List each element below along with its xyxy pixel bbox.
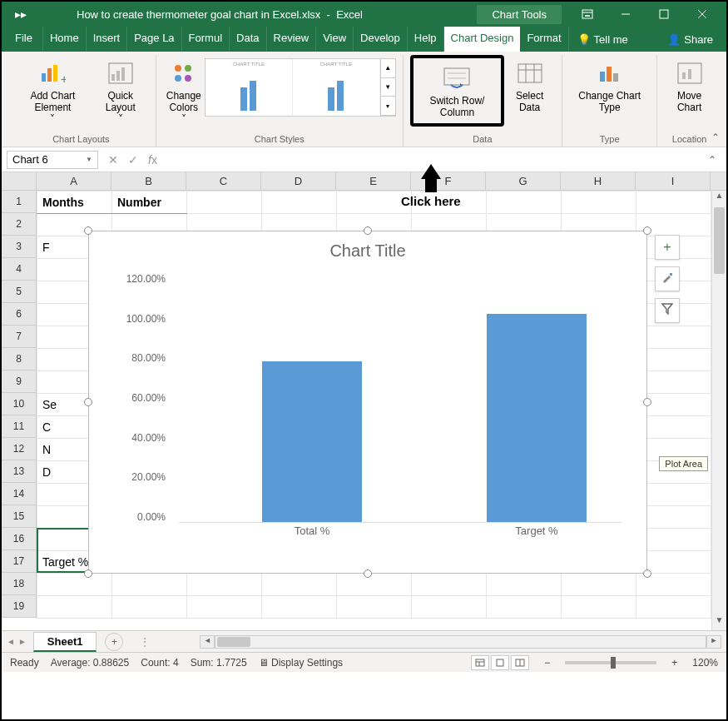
tab-chart-design[interactable]: Chart Design bbox=[444, 27, 521, 52]
view-page-layout-button[interactable] bbox=[491, 655, 509, 670]
cancel-formula-icon[interactable]: ✕ bbox=[108, 153, 118, 167]
zoom-slider[interactable] bbox=[565, 661, 656, 664]
view-normal-button[interactable] bbox=[471, 655, 489, 670]
scroll-down-icon[interactable]: ▼ bbox=[712, 615, 726, 630]
col-header[interactable]: C bbox=[186, 172, 261, 190]
scroll-thumb[interactable] bbox=[714, 207, 725, 274]
chart-style-gallery[interactable]: CHART TITLE CHART TITLE ▲ ▼ ▾ bbox=[205, 58, 396, 117]
change-chart-type-button[interactable]: Change Chart Type bbox=[569, 55, 650, 117]
horizontal-scrollbar[interactable]: ◄ ► bbox=[200, 635, 721, 649]
row-header[interactable]: 1 bbox=[2, 191, 37, 213]
row-header[interactable]: 14 bbox=[2, 483, 37, 505]
row-header[interactable]: 11 bbox=[2, 415, 37, 438]
maximize-button[interactable] bbox=[645, 2, 683, 27]
chevron-down-icon[interactable]: ▼ bbox=[381, 78, 395, 97]
col-header[interactable]: G bbox=[486, 172, 561, 190]
row-header[interactable]: 15 bbox=[2, 505, 37, 528]
tab-view[interactable]: View bbox=[316, 27, 354, 52]
tab-home[interactable]: Home bbox=[43, 27, 87, 52]
tab-formulas[interactable]: Formul bbox=[182, 27, 230, 52]
chevron-right-icon[interactable]: ► bbox=[18, 637, 27, 646]
row-header[interactable]: 6 bbox=[2, 303, 37, 326]
row-header[interactable]: 8 bbox=[2, 348, 37, 370]
scroll-right-icon[interactable]: ► bbox=[706, 635, 721, 649]
row-header[interactable]: 19 bbox=[2, 595, 37, 618]
tab-format[interactable]: Format bbox=[520, 27, 568, 52]
resize-handle[interactable] bbox=[364, 226, 372, 235]
tab-data[interactable]: Data bbox=[230, 27, 266, 52]
sheet-tab[interactable]: Sheet1 bbox=[33, 632, 97, 652]
resize-handle[interactable] bbox=[643, 398, 651, 406]
quick-layout-button[interactable]: Quick Layout ˅ bbox=[92, 55, 149, 128]
style-thumb-1[interactable]: CHART TITLE bbox=[206, 59, 293, 116]
x-axis[interactable]: Total % Target % bbox=[179, 525, 622, 541]
cell[interactable]: Months bbox=[37, 191, 112, 214]
zoom-in-button[interactable]: + bbox=[668, 657, 681, 669]
row-header[interactable]: 16 bbox=[2, 528, 37, 550]
col-header[interactable]: H bbox=[561, 172, 636, 190]
style-thumb-2[interactable]: CHART TITLE bbox=[293, 59, 380, 116]
change-colors-button[interactable]: Change Colors ˅ bbox=[163, 55, 205, 128]
col-header[interactable]: E bbox=[336, 172, 411, 190]
zoom-out-button[interactable]: − bbox=[541, 657, 553, 669]
row-header[interactable]: 4 bbox=[2, 258, 37, 281]
scroll-left-icon[interactable]: ◄ bbox=[200, 635, 215, 649]
bar-total[interactable] bbox=[262, 361, 362, 522]
row-header[interactable]: 18 bbox=[2, 573, 37, 595]
hscroll-thumb[interactable] bbox=[217, 637, 250, 647]
sheet-nav[interactable]: ◄ ► bbox=[7, 637, 33, 646]
view-page-break-button[interactable] bbox=[511, 655, 529, 670]
tab-page-layout[interactable]: Page La bbox=[127, 27, 181, 52]
chart-title[interactable]: Chart Title bbox=[89, 231, 646, 266]
resize-handle[interactable] bbox=[84, 226, 92, 235]
tab-developer[interactable]: Develop bbox=[354, 27, 408, 52]
qat-more-icon[interactable]: ▸▸ bbox=[7, 7, 35, 21]
row-header[interactable]: 5 bbox=[2, 281, 37, 303]
row-header[interactable]: 12 bbox=[2, 438, 37, 460]
collapse-ribbon-button[interactable]: ⌃ bbox=[711, 132, 720, 143]
tab-insert[interactable]: Insert bbox=[87, 27, 128, 52]
col-header[interactable]: I bbox=[636, 172, 711, 190]
tab-help[interactable]: Help bbox=[408, 27, 444, 52]
row-header[interactable]: 2 bbox=[2, 213, 37, 236]
resize-handle[interactable] bbox=[643, 569, 651, 578]
bar-target[interactable] bbox=[487, 314, 587, 522]
row-header[interactable]: 10 bbox=[2, 393, 37, 415]
display-settings-button[interactable]: 🖥 Display Settings bbox=[259, 657, 343, 669]
move-chart-button[interactable]: Move Chart bbox=[664, 55, 715, 117]
tab-file[interactable]: File bbox=[5, 27, 43, 52]
switch-row-column-button[interactable]: Switch Row/ Column bbox=[415, 60, 499, 122]
chart-object[interactable]: Chart Title 120.00% 100.00% 80.00% 60.00… bbox=[88, 231, 647, 574]
vertical-scrollbar[interactable]: ▲ ▼ bbox=[711, 191, 726, 630]
tell-me[interactable]: 💡 Tell me bbox=[569, 27, 636, 52]
col-header[interactable]: A bbox=[37, 172, 111, 190]
plot-area[interactable]: 120.00% 100.00% 80.00% 60.00% 40.00% 20.… bbox=[112, 273, 630, 540]
chevron-down-icon[interactable]: ▼ bbox=[86, 156, 92, 163]
select-data-button[interactable]: Select Data bbox=[504, 55, 555, 127]
tab-review[interactable]: Review bbox=[267, 27, 317, 52]
dropdown-icon[interactable]: ▾ bbox=[381, 97, 395, 116]
col-header[interactable]: D bbox=[261, 172, 336, 190]
col-header[interactable]: B bbox=[111, 172, 186, 190]
gallery-spinner[interactable]: ▲ ▼ ▾ bbox=[380, 59, 395, 116]
cells-area[interactable]: MonthsNumber F Se C N D Target %100% bbox=[37, 191, 726, 618]
chart-filters-button[interactable] bbox=[655, 298, 680, 323]
row-header[interactable]: 3 bbox=[2, 236, 37, 258]
chevron-left-icon[interactable]: ◄ bbox=[7, 637, 15, 646]
hscroll-track[interactable] bbox=[215, 635, 706, 649]
chevron-up-icon[interactable]: ▲ bbox=[381, 59, 395, 78]
zoom-level[interactable]: 120% bbox=[692, 657, 718, 669]
chart-elements-button[interactable]: + bbox=[655, 235, 680, 260]
bars-area[interactable] bbox=[179, 273, 622, 523]
share-button[interactable]: 👤 Share bbox=[654, 27, 726, 52]
name-box[interactable]: Chart 6 ▼ bbox=[7, 151, 98, 169]
ribbon-options-button[interactable] bbox=[568, 2, 607, 27]
resize-handle[interactable] bbox=[84, 398, 92, 406]
chart-styles-button[interactable] bbox=[655, 266, 680, 291]
add-chart-element-button[interactable]: + Add Chart Element ˅ bbox=[13, 55, 92, 128]
accept-formula-icon[interactable]: ✓ bbox=[128, 153, 138, 167]
resize-handle[interactable] bbox=[364, 569, 372, 578]
row-header[interactable]: 9 bbox=[2, 370, 37, 393]
close-button[interactable] bbox=[683, 2, 721, 27]
resize-handle[interactable] bbox=[84, 569, 92, 578]
